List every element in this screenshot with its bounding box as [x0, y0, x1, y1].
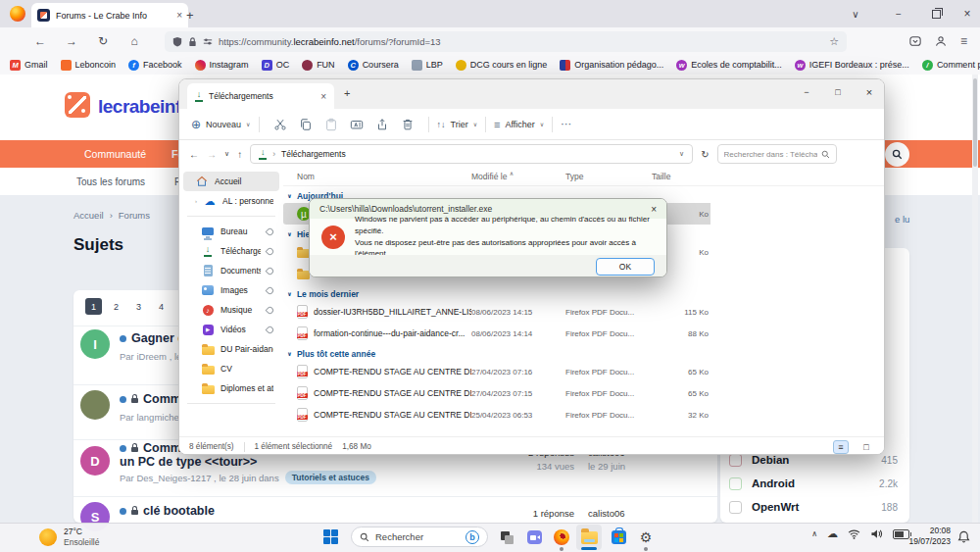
checkbox-icon[interactable]: [729, 501, 742, 514]
bookmark-dcg[interactable]: DCG cours en ligne: [456, 60, 548, 71]
breadcrumb-box[interactable]: ↓ › Téléchargements ∨: [250, 144, 693, 164]
bookmark-comment-preparer[interactable]: /Comment préparer le ...: [922, 60, 980, 71]
crumb-accueil[interactable]: Accueil: [74, 210, 104, 221]
view-button[interactable]: ≡ Afficher∨: [494, 119, 544, 130]
volume-icon[interactable]: [870, 528, 883, 539]
page-4[interactable]: 4: [153, 298, 170, 315]
mark-forum-read-link[interactable]: e lu: [895, 214, 909, 225]
group-header[interactable]: ∨Plus tôt cette année: [283, 346, 885, 361]
site-search-button[interactable]: [885, 142, 909, 167]
avatar[interactable]: I: [80, 329, 110, 359]
explorer-taskbar-button[interactable]: [580, 528, 598, 546]
topic-last-user[interactable]: calisto06: [588, 508, 666, 519]
sidebar-item-musique[interactable]: ♪ Musique: [183, 300, 279, 320]
pocket-icon[interactable]: [909, 35, 921, 47]
sidebar-item-diplomes[interactable]: Diplomes et att: [183, 378, 279, 398]
file-row[interactable]: COMPTE-RENDU STAGE AU CENTRE DE ... 27/0…: [283, 361, 885, 382]
tab-close-icon[interactable]: ×: [176, 10, 182, 21]
cut-button[interactable]: [268, 118, 293, 131]
bookmark-organisation[interactable]: Organisation pédago...: [560, 60, 663, 71]
checkbox-icon[interactable]: [729, 477, 742, 490]
topic-title-line2[interactable]: un PC de type <<tour>>: [120, 455, 257, 469]
sort-button[interactable]: ↑↓ Trier∨: [437, 120, 478, 129]
settings-taskbar-button[interactable]: ⚙: [637, 528, 655, 546]
explorer-search-box[interactable]: Rechercher dans : Télécharg...: [717, 144, 837, 164]
checkbox-icon[interactable]: [729, 454, 742, 467]
bookmark-oc[interactable]: DOC: [262, 60, 290, 71]
sidebar-item-videos[interactable]: ▶ Vidéos: [183, 320, 279, 339]
nav-back-button[interactable]: ←: [189, 149, 199, 160]
topic-title[interactable]: clé bootable: [143, 504, 215, 518]
sidebar-item-accueil[interactable]: Accueil: [183, 172, 279, 191]
rename-button[interactable]: [344, 118, 369, 131]
explorer-minimize-button[interactable]: −: [792, 79, 821, 105]
bookmark-facebook[interactable]: fFacebook: [128, 60, 182, 71]
weather-widget[interactable]: 27°C Ensoleillé: [39, 527, 99, 547]
sidebar-item-du-pair-aidance[interactable]: DU Pair-aidance: [183, 339, 279, 359]
bookmark-gmail[interactable]: MGmail: [10, 60, 48, 71]
browser-tab[interactable]: Forums - Le Crabe Info ×: [31, 3, 188, 27]
bookmark-lbp[interactable]: LBP: [412, 60, 443, 71]
taskbar-search[interactable]: Rechercher b: [351, 527, 488, 547]
avatar[interactable]: [80, 390, 110, 420]
sidebar-item-documents[interactable]: Documents: [183, 261, 279, 280]
more-options-button[interactable]: ⋯: [561, 118, 571, 130]
topic-badge[interactable]: Tutoriels et astuces: [285, 471, 376, 484]
col-taille[interactable]: Taille: [652, 172, 709, 181]
back-button[interactable]: ←: [27, 27, 53, 55]
explorer-close-button[interactable]: ×: [855, 79, 884, 105]
browser-minimize-button[interactable]: −: [882, 0, 915, 27]
forward-button[interactable]: →: [59, 27, 84, 55]
start-button[interactable]: [323, 529, 338, 544]
explorer-maximize-button[interactable]: □: [823, 79, 853, 105]
tab-list-dropdown[interactable]: ∨: [839, 0, 872, 27]
wifi-icon[interactable]: [848, 529, 860, 539]
reload-button[interactable]: ↻: [90, 27, 116, 55]
file-row[interactable]: dossier-IU3RH5BD_HILLAIRET_ANNE-LIS... 0…: [283, 301, 885, 323]
dialog-close-icon[interactable]: ×: [651, 204, 657, 215]
menu-icon[interactable]: ≡: [960, 34, 967, 48]
forum-row-android[interactable]: Android 2.2k: [729, 473, 898, 494]
bookmark-coursera[interactable]: CCoursera: [348, 60, 399, 71]
ok-button[interactable]: OK: [596, 258, 655, 276]
thumbnail-view-button[interactable]: □: [858, 440, 874, 454]
sidebar-item-cv[interactable]: CV: [183, 359, 279, 378]
tray-expand-chevron[interactable]: ∧: [811, 529, 817, 538]
details-view-button[interactable]: ≡: [833, 440, 849, 454]
store-taskbar-button[interactable]: [610, 528, 627, 546]
nav-up-button[interactable]: ↑: [237, 149, 242, 160]
account-icon[interactable]: [935, 35, 947, 47]
bookmark-instagram[interactable]: Instagram: [195, 60, 249, 71]
page-3[interactable]: 3: [130, 298, 147, 315]
bookmark-igefi[interactable]: wIGEFI Bordeaux : prése...: [795, 60, 909, 71]
browser-close-button[interactable]: ×: [951, 0, 980, 27]
col-nom[interactable]: Nom: [297, 172, 471, 181]
sidebar-item-telechargements[interactable]: ↓ Téléchargem: [183, 241, 279, 261]
chat-button[interactable]: [525, 528, 543, 546]
explorer-tab[interactable]: ↓ Téléchargements ×: [187, 83, 334, 109]
new-tab-button[interactable]: +: [186, 8, 194, 23]
nav-forward-button[interactable]: →: [207, 149, 217, 160]
bookmark-star-icon[interactable]: ☆: [829, 35, 839, 48]
taskbar-clock[interactable]: 20:08 19/07/2023: [908, 526, 951, 548]
notification-bell-icon[interactable]: [957, 530, 970, 543]
bookmark-fun[interactable]: FUN: [302, 60, 335, 71]
group-header[interactable]: ∨Le mois dernier: [283, 286, 885, 301]
nav-communaute[interactable]: Communauté: [84, 148, 146, 160]
sidebar-item-onedrive[interactable]: › ☁ AL : personnel: [183, 191, 279, 211]
page-1[interactable]: 1: [85, 298, 102, 315]
sidebar-item-bureau[interactable]: Bureau: [183, 222, 279, 241]
crumb-forums[interactable]: Forums: [119, 210, 150, 221]
avatar[interactable]: D: [80, 446, 110, 476]
nav-recent-dropdown[interactable]: ∨: [224, 150, 229, 158]
subnav-all-forums[interactable]: Tous les forums: [76, 176, 145, 187]
bookmark-ecoles[interactable]: wEcoles de comptabilit...: [676, 60, 782, 71]
file-row[interactable]: COMPTE-RENDU STAGE AU CENTRE DE ... 25/0…: [283, 404, 885, 426]
home-button[interactable]: ⌂: [122, 27, 147, 55]
breadcrumb-folder[interactable]: Téléchargements: [281, 149, 346, 159]
battery-icon[interactable]: [893, 529, 909, 539]
lecrabe-logo-icon[interactable]: [65, 92, 90, 118]
scrollbar-thumb[interactable]: [973, 78, 977, 167]
sidebar-item-images[interactable]: Images: [183, 280, 279, 300]
col-type[interactable]: Type: [565, 172, 652, 181]
